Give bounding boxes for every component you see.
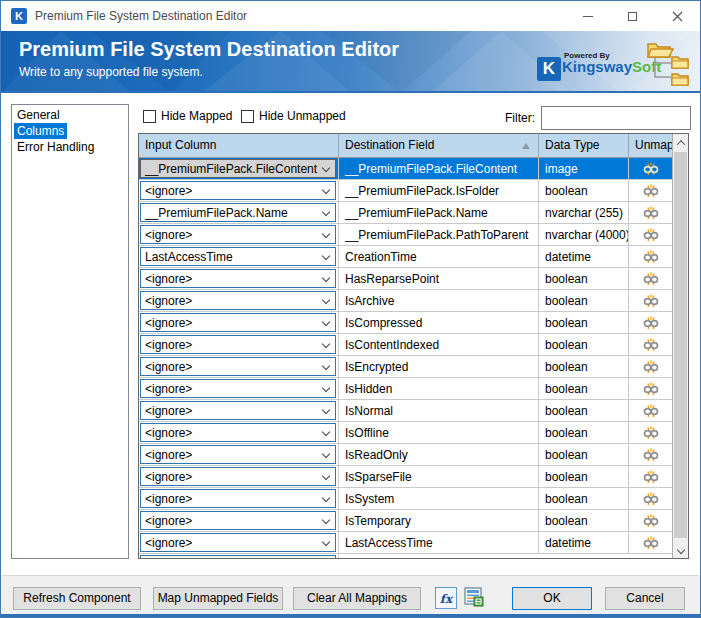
mapping-row[interactable]: __PremiumFilePack.FileContent__PremiumFi… xyxy=(139,158,672,180)
sidebar-item-columns[interactable]: Columns xyxy=(14,123,67,139)
destination-field-cell: IsNormal xyxy=(339,400,539,421)
unmap-button[interactable] xyxy=(641,249,661,265)
input-column-select[interactable]: <ignore> xyxy=(140,335,336,354)
chevron-down-icon xyxy=(322,252,330,260)
unmap-button[interactable] xyxy=(641,425,661,441)
input-column-select[interactable]: <ignore> xyxy=(140,467,336,486)
unmap-button[interactable] xyxy=(641,447,661,463)
unmap-button[interactable] xyxy=(641,469,661,485)
mapping-row[interactable]: <ignore>IsEncryptedboolean xyxy=(139,356,672,378)
unmap-button[interactable] xyxy=(641,535,661,551)
input-column-select[interactable]: <ignore> xyxy=(140,181,336,200)
clear-all-mappings-button[interactable]: Clear All Mappings xyxy=(293,587,421,610)
close-icon xyxy=(672,11,683,22)
input-column-cell: <ignore> xyxy=(139,444,339,465)
mapping-row[interactable]: <ignore>HasReparsePointboolean xyxy=(139,268,672,290)
mapping-row[interactable]: <ignore>IsContentIndexedboolean xyxy=(139,334,672,356)
input-column-select[interactable]: <ignore> xyxy=(140,445,336,464)
input-column-select[interactable] xyxy=(140,555,336,558)
hide-unmapped-checkbox[interactable]: Hide Unmapped xyxy=(241,108,346,124)
sidebar-item-general[interactable]: General xyxy=(14,107,63,123)
input-column-select[interactable]: <ignore> xyxy=(140,533,336,552)
mapping-row[interactable]: <ignore>IsTemporaryboolean xyxy=(139,510,672,532)
input-column-select[interactable]: __PremiumFilePack.Name xyxy=(140,203,336,222)
unmap-icon xyxy=(643,338,659,352)
input-column-select[interactable]: <ignore> xyxy=(140,489,336,508)
input-column-value: <ignore> xyxy=(145,272,192,286)
maximize-button[interactable] xyxy=(610,1,655,31)
unmap-button[interactable] xyxy=(641,337,661,353)
chevron-down-icon xyxy=(322,318,330,326)
unmap-button[interactable] xyxy=(641,205,661,221)
scroll-down-button[interactable] xyxy=(673,541,688,558)
unmap-button[interactable] xyxy=(641,183,661,199)
data-type-cell: boolean xyxy=(539,510,629,531)
mapping-row[interactable]: <ignore>__PremiumFilePack.IsFolderboolea… xyxy=(139,180,672,202)
close-button[interactable] xyxy=(655,1,700,31)
header-destination-field[interactable]: Destination Field xyxy=(339,134,539,158)
input-column-value: <ignore> xyxy=(145,404,192,418)
mapping-row[interactable]: <ignore>LastAccessTimedatetime xyxy=(139,532,672,554)
input-column-select[interactable]: <ignore> xyxy=(140,379,336,398)
mapping-row[interactable]: <ignore>IsArchiveboolean xyxy=(139,290,672,312)
scrollbar-thumb[interactable] xyxy=(674,152,687,538)
mapping-row[interactable]: <ignore>__PremiumFilePack.PathToParentnv… xyxy=(139,224,672,246)
mapping-row[interactable]: <ignore>IsCompressedboolean xyxy=(139,312,672,334)
mapping-row[interactable]: __PremiumFilePack.Name__PremiumFilePack.… xyxy=(139,202,672,224)
input-column-select[interactable]: <ignore> xyxy=(140,225,336,244)
footer-bar: Refresh Component Map Unmapped Fields Cl… xyxy=(1,576,700,616)
mapping-row[interactable]: <ignore>IsReadOnlyboolean xyxy=(139,444,672,466)
input-column-cell: <ignore> xyxy=(139,378,339,399)
mapping-row[interactable]: LastAccessTimeCreationTimedatetime xyxy=(139,246,672,268)
header-unmap[interactable]: Unmap xyxy=(629,134,672,158)
refresh-component-button[interactable]: Refresh Component xyxy=(13,587,141,610)
ok-button[interactable]: OK xyxy=(512,587,592,610)
input-column-value: <ignore> xyxy=(145,228,192,242)
unmap-button[interactable] xyxy=(641,513,661,529)
filter-input[interactable] xyxy=(541,106,691,130)
unmap-icon xyxy=(643,184,659,198)
unmap-button[interactable] xyxy=(641,381,661,397)
mapping-row[interactable]: <ignore>IsSparseFileboolean xyxy=(139,466,672,488)
input-column-value: <ignore> xyxy=(145,514,192,528)
input-column-select[interactable]: <ignore> xyxy=(140,401,336,420)
mapping-row[interactable]: <ignore>IsHiddenboolean xyxy=(139,378,672,400)
input-column-select[interactable]: <ignore> xyxy=(140,423,336,442)
input-column-value: __PremiumFilePack.FileContent xyxy=(145,162,317,176)
unmap-button[interactable] xyxy=(641,403,661,419)
unmap-button[interactable] xyxy=(641,359,661,375)
input-column-select[interactable]: <ignore> xyxy=(140,313,336,332)
vertical-scrollbar[interactable] xyxy=(672,134,688,558)
mapping-row[interactable]: <ignore>IsOfflineboolean xyxy=(139,422,672,444)
input-column-select[interactable]: <ignore> xyxy=(140,291,336,310)
unmap-button[interactable] xyxy=(641,293,661,309)
input-column-value: <ignore> xyxy=(145,184,192,198)
cancel-button[interactable]: Cancel xyxy=(605,587,685,610)
unmap-button[interactable] xyxy=(641,227,661,243)
input-column-select[interactable]: <ignore> xyxy=(140,511,336,530)
logo-k-letter: K xyxy=(543,59,555,78)
expression-editor-button[interactable]: fx xyxy=(435,587,457,609)
header-input-column[interactable]: Input Column xyxy=(139,134,339,158)
unmap-button[interactable] xyxy=(641,315,661,331)
input-column-cell: <ignore> xyxy=(139,466,339,487)
map-unmapped-fields-button[interactable]: Map Unmapped Fields xyxy=(153,587,283,610)
unmap-button[interactable] xyxy=(641,491,661,507)
input-column-select[interactable]: <ignore> xyxy=(140,269,336,288)
input-column-select[interactable]: LastAccessTime xyxy=(140,247,336,266)
sidebar-item-error-handling[interactable]: Error Handling xyxy=(14,139,97,155)
input-column-value: <ignore> xyxy=(145,294,192,308)
unmap-button[interactable] xyxy=(641,161,661,177)
unmap-cell xyxy=(629,444,672,465)
input-column-select[interactable]: <ignore> xyxy=(140,357,336,376)
input-column-select[interactable]: __PremiumFilePack.FileContent xyxy=(140,159,336,178)
scroll-up-button[interactable] xyxy=(673,134,688,151)
unmap-button[interactable] xyxy=(641,271,661,287)
unmap-cell xyxy=(629,224,672,245)
field-report-button[interactable] xyxy=(463,587,485,609)
header-data-type[interactable]: Data Type xyxy=(539,134,629,158)
mapping-row[interactable]: <ignore>IsNormalboolean xyxy=(139,400,672,422)
minimize-button[interactable] xyxy=(565,1,610,31)
mapping-row[interactable]: <ignore>IsSystemboolean xyxy=(139,488,672,510)
hide-mapped-checkbox[interactable]: Hide Mapped xyxy=(143,108,232,124)
